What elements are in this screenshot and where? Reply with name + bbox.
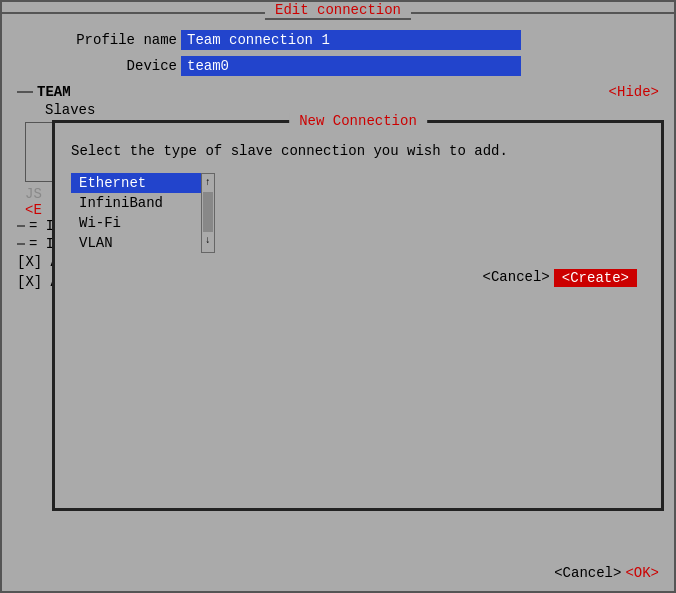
dialog-prompt: Select the type of slave connection you … [71,143,645,159]
connection-list-scrollbar[interactable]: ↑ ↓ [201,173,215,253]
dialog-buttons: <Cancel> <Create> [71,269,645,287]
device-row: Device team0 [17,56,659,76]
profile-name-row: Profile name Team connection 1 [17,30,659,50]
connection-list-area: Ethernet InfiniBand Wi-Fi VLAN ↑ ↓ [71,173,645,253]
connection-type-wifi[interactable]: Wi-Fi [71,213,201,233]
cancel-button-bottom[interactable]: <Cancel> [554,565,621,581]
dialog-create-button[interactable]: <Create> [554,269,637,287]
list-scroll-up[interactable]: ↑ [205,176,211,190]
main-content: Profile name Team connection 1 Device te… [2,20,674,591]
outer-window: Edit connection Profile name Team connec… [0,0,676,593]
connection-list: Ethernet InfiniBand Wi-Fi VLAN [71,173,201,253]
dialog-title: New Connection [289,113,427,129]
device-label: Device [67,58,177,74]
window-title-bar: Edit connection [265,2,411,20]
bottom-buttons: <Cancel> <OK> [554,565,659,581]
dialog-title-text: New Connection [299,113,417,129]
connection-type-ethernet[interactable]: Ethernet [71,173,201,193]
window-title: Edit connection [275,2,401,18]
ok-button[interactable]: <OK> [625,565,659,581]
list-scroll-down[interactable]: ↓ [205,234,211,248]
team-section-title: TEAM [37,84,71,100]
profile-name-label: Profile name [67,32,177,48]
connection-type-vlan[interactable]: VLAN [71,233,201,253]
device-input[interactable]: team0 [181,56,521,76]
dialog-content: Select the type of slave connection you … [55,123,661,297]
connection-type-infiniband[interactable]: InfiniBand [71,193,201,213]
profile-name-input[interactable]: Team connection 1 [181,30,521,50]
list-scroll-thumb[interactable] [203,192,213,232]
dialog-cancel-button[interactable]: <Cancel> [483,269,550,287]
new-connection-dialog: New Connection Select the type of slave … [52,120,664,511]
hide-button[interactable]: <Hide> [609,84,659,100]
team-section-header: TEAM <Hide> [17,84,659,100]
